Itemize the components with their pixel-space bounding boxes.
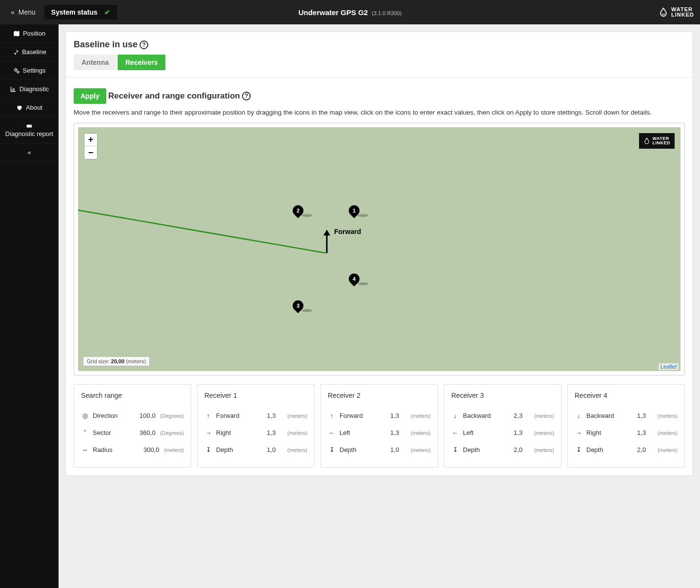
arrow-down-icon: ↓ xyxy=(575,412,582,419)
row-label: Right xyxy=(216,429,263,436)
row-direction[interactable]: ◎ Direction 100,0 (Degrees) xyxy=(81,407,184,424)
help-icon[interactable]: ? xyxy=(140,40,148,49)
heart-icon xyxy=(16,104,23,111)
map-icon xyxy=(13,30,20,37)
row-value: 2,0 xyxy=(637,446,654,453)
gridsize-unit: (meters) xyxy=(126,358,146,364)
cogs-icon xyxy=(13,67,20,74)
row-unit: (meters) xyxy=(287,447,307,453)
sidebar-item-diagnostic[interactable]: Diagnostic xyxy=(0,80,59,98)
row-unit: (meters) xyxy=(534,413,554,419)
card-receiver-2: Receiver 2 ↑ Forward 1,3 (meters) ← Left… xyxy=(320,384,438,468)
waterdrop-icon xyxy=(659,7,668,17)
row-label: Backward xyxy=(463,412,510,419)
row-unit: (meters) xyxy=(534,447,554,453)
row-sector[interactable]: ˅ Sector 360,0 (Degrees) xyxy=(81,424,184,441)
row-label: Radius xyxy=(93,446,140,453)
topbar: « Menu System status ✔ Underwater GPS G2… xyxy=(0,0,700,24)
svg-marker-6 xyxy=(323,230,330,235)
row-forward[interactable]: ↑ Forward 1,3 (meters) xyxy=(328,407,431,424)
sidebar-item-position[interactable]: Position xyxy=(0,24,59,43)
apply-button[interactable]: Apply xyxy=(74,88,106,104)
row-label: Sector xyxy=(93,429,136,436)
brand-text: WATER LINKED xyxy=(671,7,694,18)
arrow-right-icon: → xyxy=(575,429,582,436)
gridsize-badge: Grid size: 20,00 (meters) xyxy=(83,356,150,366)
sidebar-item-label: Diagnostic xyxy=(20,85,49,93)
row-unit: (meters) xyxy=(411,430,431,436)
row-unit: (meters) xyxy=(287,413,307,419)
content: Baseline in use ? Antenna Receivers Appl… xyxy=(59,24,700,588)
sidebar: Position Baseline Settings Diagnostic Ab… xyxy=(0,24,59,588)
system-status-pill[interactable]: System status ✔ xyxy=(44,5,117,20)
row-value: 100,0 xyxy=(140,412,156,419)
gridsize-label: Grid size: xyxy=(87,358,109,364)
row-backward[interactable]: ↓ Backward 1,3 (meters) xyxy=(575,407,678,424)
menu-toggle[interactable]: « Menu xyxy=(6,8,40,16)
depth-icon: ↧ xyxy=(575,446,582,453)
row-value: 1,3 xyxy=(267,429,283,436)
row-value: 2,3 xyxy=(514,412,530,419)
row-value: 1,3 xyxy=(637,429,654,436)
card-title: Receiver 1 xyxy=(204,392,307,399)
card-search-range: Search range ◎ Direction 100,0 (Degrees)… xyxy=(74,384,191,468)
sidebar-item-diagnostic-report[interactable]: Diagnostic report xyxy=(0,117,59,143)
row-value: 1,0 xyxy=(267,446,283,453)
row-right[interactable]: → Right 1,3 (meters) xyxy=(575,424,678,441)
row-left[interactable]: ← Left 1,3 (meters) xyxy=(328,424,431,441)
depth-icon: ↧ xyxy=(451,446,459,453)
card-title: Receiver 2 xyxy=(328,392,431,399)
drive-icon xyxy=(26,122,33,129)
arrow-up-icon: ↑ xyxy=(328,412,336,419)
row-value: 1,3 xyxy=(514,429,530,436)
leftright-icon: ↔ xyxy=(81,446,89,453)
row-label: Left xyxy=(340,429,386,436)
chevrons-left-icon: « xyxy=(27,149,31,156)
row-unit: (meters) xyxy=(658,430,678,436)
row-depth[interactable]: ↧ Depth 1,0 (meters) xyxy=(204,441,307,458)
arrow-left-icon: ← xyxy=(451,429,459,436)
tab-antenna[interactable]: Antenna xyxy=(74,55,117,70)
map-attribution[interactable]: Leaflet xyxy=(659,363,679,370)
row-label: Depth xyxy=(586,446,633,453)
row-depth[interactable]: ↧ Depth 2,0 (meters) xyxy=(575,441,678,458)
help-icon[interactable]: ? xyxy=(242,92,251,100)
sidebar-collapse[interactable]: « xyxy=(0,143,59,162)
sidebar-item-label: Position xyxy=(23,30,45,37)
sidebar-item-baseline[interactable]: Baseline xyxy=(0,43,59,61)
card-receiver-1: Receiver 1 ↑ Forward 1,3 (meters) → Righ… xyxy=(197,384,315,468)
arrow-left-icon: ← xyxy=(328,429,336,436)
depth-icon: ↧ xyxy=(204,446,212,453)
row-value: 1,3 xyxy=(637,412,654,419)
sidebar-item-settings[interactable]: Settings xyxy=(0,61,59,80)
card-receiver-4: Receiver 4 ↓ Backward 1,3 (meters) → Rig… xyxy=(567,384,685,468)
row-right[interactable]: → Right 1,3 (meters) xyxy=(204,424,307,441)
chevrons-left-icon: « xyxy=(11,8,15,16)
row-value: 2,0 xyxy=(514,446,530,453)
config-heading-text: Receiver and range configuration xyxy=(108,91,240,101)
arrow-right-icon: → xyxy=(204,429,212,436)
row-depth[interactable]: ↧ Depth 2,0 (meters) xyxy=(451,441,554,458)
map-view[interactable]: + − WATER LINKED xyxy=(78,127,680,371)
svg-line-4 xyxy=(78,210,326,253)
sidebar-item-about[interactable]: About xyxy=(0,98,59,117)
status-label: System status xyxy=(51,8,98,16)
row-unit: (meters) xyxy=(411,447,431,453)
tab-receivers[interactable]: Receivers xyxy=(118,55,165,70)
card-title: Receiver 3 xyxy=(451,392,554,399)
row-value: 300,0 xyxy=(143,446,160,453)
divider xyxy=(66,77,693,78)
forward-label: Forward xyxy=(334,228,361,235)
row-unit: (meters) xyxy=(534,430,554,436)
row-label: Right xyxy=(586,429,633,436)
row-backward[interactable]: ↓ Backward 2,3 (meters) xyxy=(451,407,554,424)
card-title: Receiver 4 xyxy=(575,392,678,399)
row-depth[interactable]: ↧ Depth 1,0 (meters) xyxy=(328,441,431,458)
card-title: Search range xyxy=(81,392,184,399)
row-left[interactable]: ← Left 1,3 (meters) xyxy=(451,424,554,441)
topbar-title: Underwater GPS G2 (3.1.0 R300) xyxy=(299,8,402,17)
row-forward[interactable]: ↑ Forward 1,3 (meters) xyxy=(204,407,307,424)
app-title: Underwater GPS G2 xyxy=(299,8,368,17)
row-unit: (meters) xyxy=(411,413,431,419)
row-radius[interactable]: ↔ Radius 300,0 (meters) xyxy=(81,441,184,458)
